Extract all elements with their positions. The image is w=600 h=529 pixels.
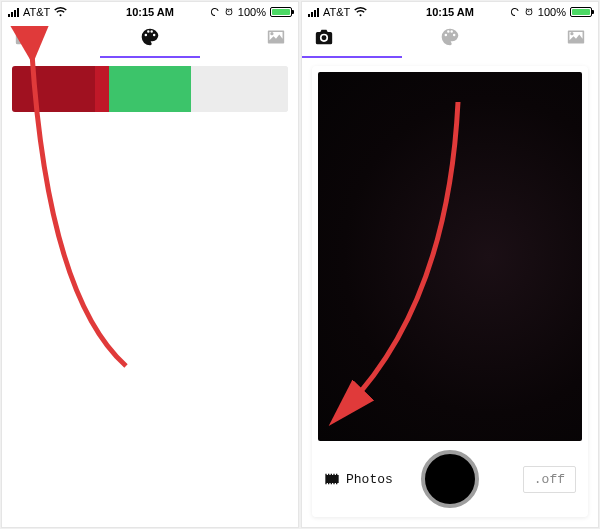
color-swatch[interactable] <box>191 66 288 112</box>
alarm-icon <box>524 7 534 17</box>
image-icon[interactable] <box>266 28 286 50</box>
status-right: 100% <box>210 6 292 18</box>
status-left: AT&T <box>8 6 67 18</box>
loop-icon <box>510 7 520 17</box>
loop-icon <box>210 7 220 17</box>
alarm-icon <box>224 7 234 17</box>
signal-icon <box>8 8 19 17</box>
battery-pct: 100% <box>238 6 266 18</box>
camera-controls: Photos .off <box>312 441 588 517</box>
nav-underline <box>302 56 598 58</box>
carrier-label: AT&T <box>23 6 50 18</box>
color-swatch[interactable] <box>109 66 192 112</box>
wifi-icon <box>354 7 367 17</box>
top-nav <box>302 22 598 56</box>
wifi-icon <box>54 7 67 17</box>
phone-right: AT&T 10:15 AM 100% Ph <box>301 1 599 528</box>
photos-button[interactable]: Photos <box>324 472 393 487</box>
signal-icon <box>308 8 319 17</box>
battery-pct: 100% <box>538 6 566 18</box>
nav-underline <box>2 56 298 58</box>
camera-icon[interactable] <box>14 28 34 50</box>
color-swatch[interactable] <box>12 66 95 112</box>
battery-icon <box>570 7 592 17</box>
film-icon <box>324 472 340 486</box>
color-swatch-row[interactable] <box>12 66 288 112</box>
color-swatch[interactable] <box>95 66 109 112</box>
status-bar: AT&T 10:15 AM 100% <box>2 2 298 22</box>
status-right: 100% <box>510 6 592 18</box>
battery-icon <box>270 7 292 17</box>
status-left: AT&T <box>308 6 367 18</box>
palette-icon[interactable] <box>140 27 160 51</box>
phone-left: AT&T 10:15 AM 100% <box>1 1 299 528</box>
status-bar: AT&T 10:15 AM 100% <box>302 2 598 22</box>
camera-viewfinder[interactable] <box>318 72 582 441</box>
camera-card: Photos .off <box>312 66 588 517</box>
image-icon[interactable] <box>566 28 586 50</box>
shutter-button[interactable] <box>421 450 479 508</box>
top-nav <box>2 22 298 56</box>
palette-icon[interactable] <box>440 27 460 51</box>
flash-toggle[interactable]: .off <box>523 466 576 493</box>
carrier-label: AT&T <box>323 6 350 18</box>
camera-icon[interactable] <box>314 28 334 50</box>
flash-label: .off <box>534 472 565 487</box>
photos-label: Photos <box>346 472 393 487</box>
